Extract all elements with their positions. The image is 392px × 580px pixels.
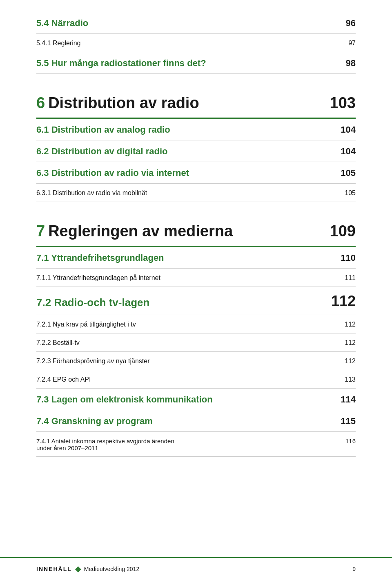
toc-entry-6[interactable]: 6 Distribution av radio 103: [36, 85, 356, 119]
toc-page-5-5: 98: [331, 58, 356, 69]
toc-label-7-3: 7.3 Lagen om elektronisk kommunikation: [36, 394, 331, 405]
toc-label-7-2-3: 7.2.3 Förhandsprövning av nya tjänster: [36, 358, 331, 365]
toc-page-6: 103: [330, 94, 356, 112]
toc-label-7-1-1: 7.1.1 Yttrandefrihetsgrundlagen på inter…: [36, 274, 331, 282]
toc-entry-7-2-3[interactable]: 7.2.3 Förhandsprövning av nya tjänster 1…: [36, 352, 356, 370]
toc-entry-7-4-1[interactable]: 7.4.1 Antalet inkomna respektive avgjord…: [36, 432, 356, 457]
toc-label-5-4: 5.4 Närradio: [36, 18, 331, 29]
toc-entry-5-5[interactable]: 5.5 Hur många radiostationer finns det? …: [36, 52, 356, 74]
footer-label: INNEHÅLL: [36, 566, 72, 572]
toc-label-6-3: 6.3 Distribution av radio via internet: [36, 168, 331, 178]
toc-page-6-1: 104: [331, 124, 356, 135]
toc-label-7-2-2: 7.2.2 Beställ-tv: [36, 339, 331, 347]
content-area: 5.4 Närradio 96 5.4.1 Reglering 97 5.5 H…: [0, 0, 392, 489]
toc-label-7-4-1-line1: 7.4.1 Antalet inkomna respektive avgjord…: [36, 438, 331, 444]
toc-entry-7-2-4[interactable]: 7.2.4 EPG och API 113: [36, 370, 356, 389]
toc-label-7-2: 7.2 Radio-och tv-lagen: [36, 296, 331, 309]
toc-page-5-4: 96: [331, 18, 356, 29]
toc-label-7-1: 7.1 Yttrandefrihetsgrundlagen: [36, 253, 331, 263]
chapter-text-6: Distribution av radio: [48, 94, 199, 112]
toc-label-7-4: 7.4 Granskning av program: [36, 416, 331, 427]
toc-label-7-2-1: 7.2.1 Nya krav på tillgänglighet i tv: [36, 321, 331, 328]
toc-label-6-2: 6.2 Distribution av digital radio: [36, 146, 331, 157]
footer-left: INNEHÅLL ◆ Medieutveckling 2012: [36, 564, 139, 573]
toc-page-6-3-1: 105: [331, 189, 356, 197]
toc-page-7-2: 112: [331, 293, 356, 310]
toc-page-7-1: 110: [331, 253, 356, 263]
toc-label-5-4-1: 5.4.1 Reglering: [36, 40, 331, 47]
toc-entry-7-2-1[interactable]: 7.2.1 Nya krav på tillgänglighet i tv 11…: [36, 315, 356, 333]
toc-entry-7-1[interactable]: 7.1 Yttrandefrihetsgrundlagen 110: [36, 247, 356, 269]
toc-label-6-1: 6.1 Distribution av analog radio: [36, 124, 331, 135]
toc-entry-5-4[interactable]: 5.4 Närradio 96: [36, 12, 356, 34]
footer-subtitle: Medieutveckling 2012: [84, 566, 139, 572]
toc-page-7-3: 114: [331, 394, 356, 405]
toc-label-7-4-1: 7.4.1 Antalet inkomna respektive avgjord…: [36, 438, 331, 451]
toc-page-6-3: 105: [331, 168, 356, 178]
toc-label-7-2-4: 7.2.4 EPG och API: [36, 376, 331, 383]
toc-page-7-2-1: 112: [331, 321, 356, 328]
toc-page-7-2-4: 113: [331, 376, 356, 383]
toc-entry-6-1[interactable]: 6.1 Distribution av analog radio 104: [36, 119, 356, 140]
toc-label-7-4-1-line2: under åren 2007–2011: [36, 444, 331, 451]
toc-entry-6-2[interactable]: 6.2 Distribution av digital radio 104: [36, 140, 356, 162]
toc-entry-7-2[interactable]: 7.2 Radio-och tv-lagen 112: [36, 287, 356, 315]
toc-page-7-1-1: 111: [331, 274, 356, 282]
toc-label-5-5: 5.5 Hur många radiostationer finns det?: [36, 58, 331, 69]
chapter-number-6: 6: [36, 94, 45, 112]
toc-entry-5-4-1[interactable]: 5.4.1 Reglering 97: [36, 34, 356, 52]
toc-entry-6-3-1[interactable]: 6.3.1 Distribution av radio via mobilnät…: [36, 184, 356, 202]
toc-page-5-4-1: 97: [331, 40, 356, 47]
toc-page-7-4-1: 116: [331, 438, 356, 444]
footer-page: 9: [352, 566, 356, 572]
toc-label-7: 7 Regleringen av medierna: [36, 222, 330, 240]
toc-entry-7-1-1[interactable]: 7.1.1 Yttrandefrihetsgrundlagen på inter…: [36, 269, 356, 287]
footer: INNEHÅLL ◆ Medieutveckling 2012 9: [0, 557, 392, 580]
footer-dot: ◆: [75, 564, 81, 573]
toc-page-7-2-2: 112: [331, 339, 356, 347]
toc-entry-7-3[interactable]: 7.3 Lagen om elektronisk kommunikation 1…: [36, 389, 356, 410]
toc-entry-7-2-2[interactable]: 7.2.2 Beställ-tv 112: [36, 333, 356, 352]
toc-page-7-4: 115: [331, 416, 356, 427]
toc-entry-7-4[interactable]: 7.4 Granskning av program 115: [36, 410, 356, 432]
chapter-number-7: 7: [36, 222, 45, 240]
toc-page-6-2: 104: [331, 146, 356, 157]
toc-page-7-2-3: 112: [331, 358, 356, 365]
chapter-text-7: Regleringen av medierna: [48, 222, 233, 240]
toc-entry-7[interactable]: 7 Regleringen av medierna 109: [36, 213, 356, 247]
spacer-before-6: [36, 74, 356, 85]
toc-label-6: 6 Distribution av radio: [36, 94, 330, 112]
toc-label-6-3-1: 6.3.1 Distribution av radio via mobilnät: [36, 189, 331, 197]
toc-page-7: 109: [330, 222, 356, 240]
spacer-before-7: [36, 202, 356, 213]
toc-entry-6-3[interactable]: 6.3 Distribution av radio via internet 1…: [36, 162, 356, 184]
page: 5.4 Närradio 96 5.4.1 Reglering 97 5.5 H…: [0, 0, 392, 580]
